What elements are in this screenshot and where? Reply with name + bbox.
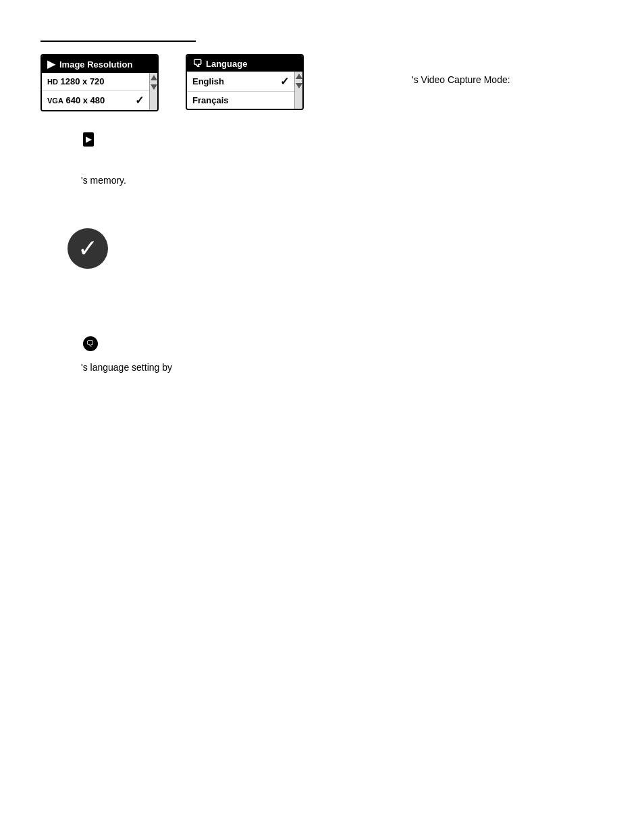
page-content: ▶ Image Resolution HD 1280 x 720 VGA 640…	[0, 0, 644, 429]
top-right-text: 's Video Capture Mode:	[412, 74, 510, 85]
checkmark-symbol: ✓	[78, 234, 98, 263]
memory-paragraph: 's memory.	[81, 174, 603, 188]
top-rule	[41, 41, 196, 42]
language-items-container: English ✓ Français	[187, 72, 302, 109]
language-setting-paragraph: 's language setting by	[81, 361, 603, 375]
vga-check-icon: ✓	[135, 94, 144, 107]
resolution-hd-label: HD 1280 x 720	[47, 76, 105, 86]
resolution-vga-item[interactable]: VGA 640 x 480 ✓	[42, 90, 149, 110]
image-resolution-items-container: HD 1280 x 720 VGA 640 x 480 ✓	[42, 73, 157, 110]
scroll-down-arrow[interactable]	[151, 84, 157, 90]
language-title: Language	[206, 59, 247, 69]
english-check-icon: ✓	[280, 75, 289, 88]
large-checkmark-circle: ✓	[68, 228, 108, 269]
memory-text: 's memory.	[81, 175, 126, 186]
top-row: ▶ Image Resolution HD 1280 x 720 VGA 640…	[41, 54, 603, 111]
language-francais-item[interactable]: Français	[187, 92, 294, 109]
language-english-label: English	[192, 76, 224, 86]
bottom-section: 🗨 's language setting by	[81, 336, 603, 375]
image-resolution-menu: ▶ Image Resolution HD 1280 x 720 VGA 640…	[41, 54, 159, 111]
body-paragraph-video-icon: ▶	[81, 132, 603, 147]
image-resolution-icon: ▶	[47, 58, 55, 70]
language-scrollbar[interactable]	[294, 72, 302, 109]
body-section-memory: 's memory.	[81, 174, 603, 188]
lang-scroll-up-arrow[interactable]	[296, 74, 302, 79]
language-menu: 🗨 Language English ✓ Français	[186, 54, 304, 110]
lang-scroll-down-arrow[interactable]	[296, 83, 302, 88]
resolution-hd-item[interactable]: HD 1280 x 720	[42, 73, 149, 90]
image-resolution-header: ▶ Image Resolution	[42, 55, 157, 73]
body-section-1: ▶	[81, 132, 603, 147]
large-checkmark-section: ✓	[41, 228, 603, 269]
image-resolution-title: Image Resolution	[59, 59, 132, 70]
image-resolution-scrollbar[interactable]	[149, 73, 157, 110]
language-header-icon: 🗨	[192, 58, 202, 69]
image-resolution-items: HD 1280 x 720 VGA 640 x 480 ✓	[42, 73, 149, 110]
language-header: 🗨 Language	[187, 55, 302, 72]
scroll-up-arrow[interactable]	[151, 75, 157, 80]
video-capture-mode-text: 's Video Capture Mode:	[412, 74, 510, 85]
language-setting-text: 's language setting by	[81, 362, 172, 373]
video-mode-inline-icon: ▶	[83, 132, 94, 147]
language-icon-paragraph: 🗨	[81, 336, 603, 351]
resolution-vga-label: VGA 640 x 480	[47, 95, 105, 105]
language-english-item[interactable]: English ✓	[187, 72, 294, 92]
language-francais-label: Français	[192, 95, 228, 105]
language-inline-icon: 🗨	[83, 336, 98, 351]
language-items: English ✓ Français	[187, 72, 294, 109]
